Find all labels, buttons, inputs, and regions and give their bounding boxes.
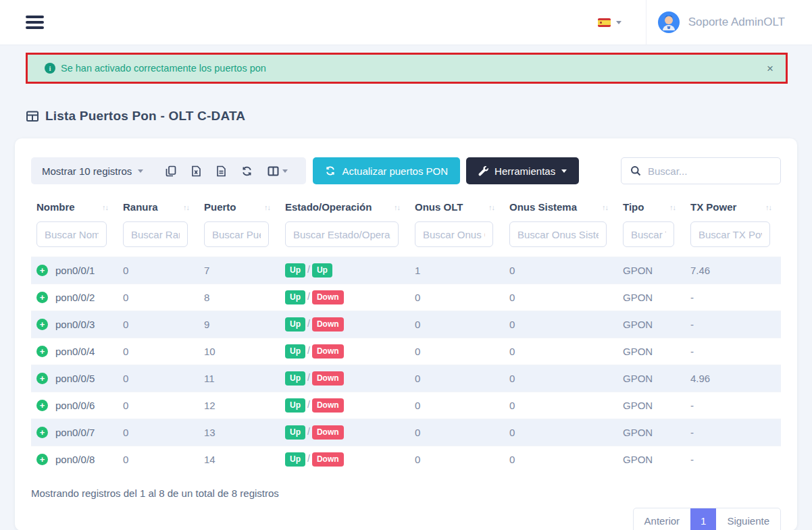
estado-cell: Up/Up — [280, 257, 409, 284]
onus-olt-cell: 0 — [409, 446, 504, 473]
column-visibility-dropdown[interactable] — [268, 166, 288, 176]
col-header-tipo[interactable]: Tipo↑↓ — [617, 194, 685, 221]
sort-icon: ↑↓ — [669, 203, 680, 211]
onus-olt-cell: 0 — [409, 284, 504, 311]
status-badge: Down — [312, 317, 344, 332]
expand-row-icon[interactable]: + — [36, 427, 48, 438]
col-header-ranura[interactable]: Ranura↑↓ — [118, 194, 199, 221]
tools-dropdown-button[interactable]: Herramientas — [466, 157, 579, 184]
onus-sistema-cell: 0 — [504, 419, 617, 446]
expand-row-icon[interactable]: + — [36, 454, 48, 465]
table-row: +pon0/0/6 0 12 Up/Down 0 0 GPON - — [31, 392, 781, 419]
puerto-cell: 12 — [199, 392, 280, 419]
alert-message: Se han activado correctamente los puerto… — [61, 63, 266, 74]
onus-olt-cell: 0 — [409, 311, 504, 338]
sort-icon: ↑↓ — [102, 203, 112, 211]
status-badge: Up — [285, 425, 305, 440]
col-header-puerto[interactable]: Puerto↑↓ — [199, 194, 280, 221]
status-badge: Down — [312, 398, 344, 413]
top-navbar: Soporte AdminOLT — [0, 0, 812, 45]
language-selector[interactable] — [598, 18, 621, 27]
pagination-page-1[interactable]: 1 — [690, 508, 716, 530]
ranura-cell: 0 — [118, 419, 199, 446]
close-icon[interactable]: × — [767, 63, 773, 74]
status-badge: Up — [285, 317, 305, 332]
avatar[interactable] — [657, 11, 680, 34]
chevron-down-icon — [138, 169, 143, 173]
pon-ports-table: Nombre↑↓ Ranura↑↓ Puerto↑↓ Estado/Operac… — [31, 194, 781, 473]
status-badge: Down — [312, 371, 344, 386]
export-document-icon[interactable] — [216, 165, 226, 177]
filter-onus-sistema-input[interactable] — [509, 221, 607, 247]
col-header-onus-olt[interactable]: Onus OLT↑↓ — [409, 194, 504, 221]
status-badge: Up — [285, 452, 305, 467]
tipo-cell: GPON — [617, 446, 685, 473]
port-name: pon0/0/4 — [55, 346, 95, 357]
success-alert: i Se han activado correctamente los puer… — [26, 53, 788, 84]
onus-sistema-cell: 0 — [504, 365, 617, 392]
user-name[interactable]: Soporte AdminOLT — [688, 16, 785, 29]
table-row: +pon0/0/5 0 11 Up/Down 0 0 GPON 4.96 — [31, 365, 781, 392]
tx-power-cell: - — [685, 284, 781, 311]
info-icon: i — [45, 63, 55, 74]
ranura-cell: 0 — [118, 257, 199, 284]
sort-icon: ↑↓ — [765, 203, 776, 211]
filter-estado-input[interactable] — [285, 221, 399, 247]
filter-nombre-input[interactable] — [36, 221, 107, 247]
ranura-cell: 0 — [118, 338, 199, 365]
chevron-down-icon — [561, 169, 567, 173]
filter-tx-power-input[interactable] — [690, 221, 770, 247]
filter-puerto-input[interactable] — [204, 221, 269, 247]
col-header-tx-power[interactable]: TX Power↑↓ — [685, 194, 781, 221]
puerto-cell: 13 — [199, 419, 280, 446]
table-row: +pon0/0/7 0 13 Up/Down 0 0 GPON - — [31, 419, 781, 446]
expand-row-icon[interactable]: + — [36, 319, 48, 330]
filter-ranura-input[interactable] — [123, 221, 188, 247]
reload-table-icon[interactable] — [241, 165, 253, 177]
expand-row-icon[interactable]: + — [36, 400, 48, 411]
filter-onus-olt-input[interactable] — [415, 221, 493, 247]
pagination-next-button[interactable]: Siguiente — [716, 508, 780, 530]
table-row: +pon0/0/1 0 7 Up/Up 1 0 GPON 7.46 — [31, 257, 781, 284]
estado-cell: Up/Down — [280, 311, 409, 338]
refresh-pon-ports-button[interactable]: Actualizar puertos PON — [313, 157, 460, 184]
expand-row-icon[interactable]: + — [36, 373, 48, 384]
onus-sistema-cell: 0 — [504, 257, 617, 284]
ranura-cell: 0 — [118, 392, 199, 419]
onus-olt-cell: 0 — [409, 365, 504, 392]
status-badge: Up — [285, 263, 305, 277]
onus-sistema-cell: 0 — [504, 338, 617, 365]
puerto-cell: 14 — [199, 446, 280, 473]
expand-row-icon[interactable]: + — [36, 346, 48, 357]
col-header-nombre[interactable]: Nombre↑↓ — [31, 194, 118, 221]
chevron-down-icon — [616, 21, 621, 24]
port-name: pon0/0/6 — [55, 400, 95, 411]
tipo-cell: GPON — [617, 419, 685, 446]
global-search — [621, 157, 781, 184]
copy-icon[interactable] — [166, 165, 176, 177]
pagination-previous-button[interactable]: Anterior — [634, 508, 691, 530]
page-length-dropdown[interactable]: Mostrar 10 registros — [42, 165, 143, 177]
search-input[interactable] — [648, 165, 771, 177]
table-body: +pon0/0/1 0 7 Up/Up 1 0 GPON 7.46 +pon0/… — [31, 257, 781, 473]
col-header-estado-operacion[interactable]: Estado/Operación↑↓ — [280, 194, 409, 221]
expand-row-icon[interactable]: + — [36, 292, 48, 303]
onus-olt-cell: 0 — [409, 392, 504, 419]
expand-row-icon[interactable]: + — [36, 265, 48, 276]
pagination: Anterior 1 Siguiente — [633, 508, 781, 530]
estado-cell: Up/Down — [280, 365, 409, 392]
tipo-cell: GPON — [617, 338, 685, 365]
estado-cell: Up/Down — [280, 338, 409, 365]
tipo-cell: GPON — [617, 365, 685, 392]
tipo-cell: GPON — [617, 311, 685, 338]
onus-olt-cell: 0 — [409, 338, 504, 365]
filter-tipo-input[interactable] — [623, 221, 674, 247]
puerto-cell: 7 — [199, 257, 280, 284]
menu-toggle-icon[interactable] — [26, 13, 44, 32]
export-excel-icon[interactable] — [191, 165, 201, 177]
page-title: Lista Puertos Pon - OLT C-DATA — [45, 109, 245, 124]
status-badge: Up — [312, 263, 332, 277]
table-row: +pon0/0/8 0 14 Up/Down 0 0 GPON - — [31, 446, 781, 473]
onus-sistema-cell: 0 — [504, 311, 617, 338]
col-header-onus-sistema[interactable]: Onus Sistema↑↓ — [504, 194, 617, 221]
